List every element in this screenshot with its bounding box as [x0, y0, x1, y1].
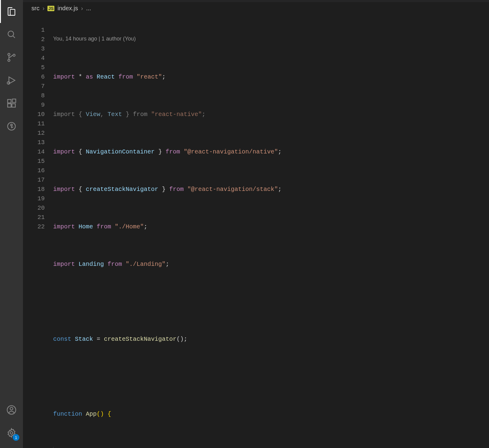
svg-rect-6 [8, 99, 11, 103]
line-number: 15 [23, 156, 45, 166]
code-editor[interactable]: 1 2 3 4 5 6 7 8 9 10 11 12 13 14 15 16 1… [23, 14, 489, 448]
editor-main: src › JS index.js › ... 1 2 3 4 5 6 7 8 … [23, 0, 489, 448]
line-number: 21 [23, 213, 45, 222]
svg-point-13 [10, 407, 13, 410]
svg-rect-8 [12, 104, 15, 107]
activity-bar-bottom: 1 [0, 398, 23, 448]
svg-point-14 [10, 432, 13, 434]
line-number: 16 [23, 166, 45, 175]
code-line: function App() { [53, 409, 489, 419]
gitlens-icon[interactable] [0, 115, 23, 138]
tab-strip [23, 0, 489, 2]
run-debug-icon[interactable] [0, 69, 23, 92]
codelens-authors[interactable]: You, 14 hours ago | 1 author (You) [53, 34, 489, 44]
line-number: 14 [23, 147, 45, 156]
code-line: import Home from "./Home"; [53, 222, 489, 231]
settings-gear-icon[interactable]: 1 [0, 421, 23, 444]
line-number: 7 [23, 82, 45, 91]
activity-bar: 1 [0, 0, 23, 448]
code-line: import { createStackNavigator } from "@r… [53, 185, 489, 194]
code-content[interactable]: You, 14 hours ago | 1 author (You) impor… [53, 15, 489, 448]
line-number: 3 [23, 44, 45, 53]
code-line: const Stack = createStackNavigator(); [53, 334, 489, 344]
svg-point-11 [11, 124, 12, 126]
svg-rect-9 [12, 99, 16, 102]
line-number: 13 [23, 138, 45, 147]
code-line [53, 297, 489, 306]
line-number: 9 [23, 100, 45, 110]
line-number: 19 [23, 194, 45, 203]
breadcrumb-symbol[interactable]: ... [86, 5, 91, 12]
breadcrumb-file[interactable]: index.js [57, 5, 78, 12]
code-line: return ( [53, 447, 489, 448]
breadcrumb[interactable]: src › JS index.js › ... [23, 2, 489, 14]
code-line: import { NavigationContainer } from "@re… [53, 147, 489, 156]
line-number: 18 [23, 185, 45, 194]
chevron-right-icon: › [43, 5, 45, 12]
js-file-icon: JS [47, 6, 54, 11]
line-number: 22 [23, 222, 45, 231]
svg-point-3 [13, 54, 15, 56]
line-number: 4 [23, 53, 45, 63]
svg-rect-7 [8, 104, 11, 107]
line-number-gutter: 1 2 3 4 5 6 7 8 9 10 11 12 13 14 15 16 1… [23, 15, 53, 448]
breadcrumb-folder[interactable]: src [31, 5, 40, 12]
code-line: import * as React from "react"; [53, 72, 489, 82]
line-number: 17 [23, 175, 45, 185]
chevron-right-icon: › [81, 5, 83, 12]
line-number: 5 [23, 63, 45, 72]
svg-point-0 [8, 31, 14, 37]
line-number: 11 [23, 119, 45, 128]
line-number: 2 [23, 35, 45, 44]
line-number: 20 [23, 203, 45, 213]
code-line: import Landing from "./Landing"; [53, 259, 489, 269]
settings-badge: 1 [13, 434, 19, 441]
extensions-icon[interactable] [0, 92, 23, 115]
line-number: 6 [23, 72, 45, 82]
svg-line-1 [13, 36, 15, 38]
account-icon[interactable] [0, 398, 23, 421]
activity-bar-top [0, 0, 23, 398]
svg-point-4 [8, 59, 10, 61]
search-icon[interactable] [0, 23, 23, 46]
line-number: 8 [23, 91, 45, 100]
line-number: 10 [23, 110, 45, 119]
line-number: 1 [23, 25, 45, 35]
code-line: import { View, Text } from "react-native… [53, 110, 489, 119]
explorer-icon[interactable] [0, 0, 23, 23]
source-control-icon[interactable] [0, 46, 23, 69]
code-line [53, 372, 489, 381]
line-number: 12 [23, 128, 45, 138]
svg-point-2 [8, 53, 10, 56]
svg-point-5 [7, 82, 10, 84]
